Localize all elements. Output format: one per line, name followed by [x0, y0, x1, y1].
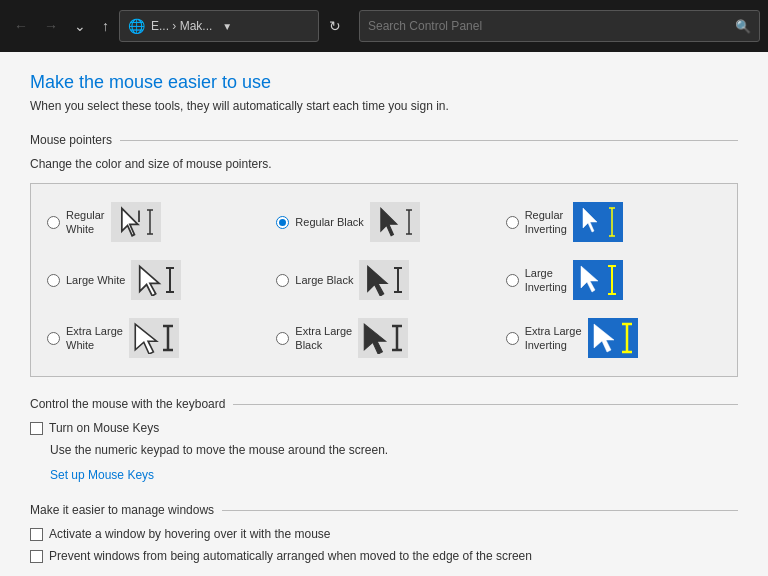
keyboard-section-divider	[233, 404, 738, 405]
search-icon: 🔍	[735, 19, 751, 34]
titlebar: ← → ⌄ ↑ 🌐 E... › Mak... ▼ ↻ 🔍	[0, 0, 768, 52]
radio-regular-inverting[interactable]	[506, 216, 519, 229]
back-button[interactable]: ←	[8, 14, 34, 38]
windows-section-label: Make it easier to manage windows	[30, 503, 214, 517]
pointer-preview-regular-white	[111, 202, 161, 242]
cursor-icon-extra-large-inverting	[592, 322, 620, 354]
pointer-item-extra-large-black[interactable]: Extra LargeBlack	[270, 310, 497, 366]
text-cursor-xl-white	[161, 324, 175, 352]
pointer-label-regular-white: RegularWhite	[66, 208, 105, 237]
mouse-keys-checkbox[interactable]	[30, 422, 43, 435]
radio-regular-white[interactable]	[47, 216, 60, 229]
pointer-item-extra-large-white[interactable]: Extra LargeWhite	[41, 310, 268, 366]
cursor-icon-regular-black	[376, 206, 404, 238]
prevent-arrange-checkbox[interactable]	[30, 550, 43, 563]
pointer-label-large-black: Large Black	[295, 273, 353, 287]
windows-section-divider	[222, 510, 738, 511]
pointer-preview-large-black	[359, 260, 409, 300]
pointer-preview-regular-black	[370, 202, 420, 242]
cursor-icon-large-black	[364, 264, 392, 296]
pointer-label-large-white: Large White	[66, 273, 125, 287]
pointer-preview-large-inverting	[573, 260, 623, 300]
radio-large-white[interactable]	[47, 274, 60, 287]
pointer-item-regular-black[interactable]: Regular Black	[270, 194, 497, 250]
radio-extra-large-white[interactable]	[47, 332, 60, 345]
text-cursor-icon-white	[145, 208, 155, 236]
radio-regular-black[interactable]	[276, 216, 289, 229]
svg-marker-29	[135, 324, 156, 354]
radio-large-inverting[interactable]	[506, 274, 519, 287]
cursor-icon-extra-large-black	[362, 322, 390, 354]
prevent-arrange-label: Prevent windows from being automatically…	[49, 549, 532, 563]
search-bar[interactable]: 🔍	[359, 10, 760, 42]
pointer-label-regular-inverting: RegularInverting	[525, 208, 567, 237]
pointer-item-extra-large-inverting[interactable]: Extra LargeInverting	[500, 310, 727, 366]
pointer-item-large-inverting[interactable]: LargeInverting	[500, 252, 727, 308]
cursor-icon-large-white	[136, 264, 164, 296]
pointer-preview-regular-inverting	[573, 202, 623, 242]
pointer-item-regular-inverting[interactable]: RegularInverting	[500, 194, 727, 250]
setup-mouse-keys-link[interactable]: Set up Mouse Keys	[50, 468, 154, 482]
nav-down-button[interactable]: ⌄	[68, 14, 92, 38]
pointer-preview-large-white	[131, 260, 181, 300]
activate-window-label: Activate a window by hovering over it wi…	[49, 527, 330, 541]
keyboard-section-header: Control the mouse with the keyboard	[30, 397, 738, 411]
cursor-icon-large-inverting	[578, 264, 606, 296]
refresh-button[interactable]: ↻	[323, 14, 347, 38]
svg-marker-33	[364, 324, 385, 354]
text-cursor-xl-black	[390, 324, 404, 352]
keyboard-section-label: Control the mouse with the keyboard	[30, 397, 225, 411]
address-chevron-button[interactable]: ▼	[218, 19, 236, 34]
search-input[interactable]	[368, 19, 729, 33]
mouse-pointers-section-header: Mouse pointers	[30, 133, 738, 147]
breadcrumb: E... › Mak...	[151, 19, 212, 33]
pointer-label-extra-large-inverting: Extra LargeInverting	[525, 324, 582, 353]
text-cursor-large-white	[164, 266, 176, 294]
radio-extra-large-inverting[interactable]	[506, 332, 519, 345]
forward-button[interactable]: →	[38, 14, 64, 38]
pointer-item-large-white[interactable]: Large White	[41, 252, 268, 308]
pointer-item-large-black[interactable]: Large Black	[270, 252, 497, 308]
pointer-preview-extra-large-black	[358, 318, 408, 358]
mouse-pointers-label: Mouse pointers	[30, 133, 112, 147]
windows-section: Make it easier to manage windows Activat…	[30, 503, 738, 563]
main-content: Make the mouse easier to use When you se…	[0, 52, 768, 576]
text-cursor-inverting	[607, 206, 617, 238]
radio-extra-large-black[interactable]	[276, 332, 289, 345]
svg-marker-0	[121, 208, 137, 235]
pointer-label-extra-large-black: Extra LargeBlack	[295, 324, 352, 353]
text-cursor-large-inverting	[606, 264, 618, 296]
pointer-label-extra-large-white: Extra LargeWhite	[66, 324, 123, 353]
section-divider	[120, 140, 738, 141]
pointer-item-regular-white[interactable]: RegularWhite	[41, 194, 268, 250]
text-cursor-large-black	[392, 266, 404, 294]
text-cursor-xl-inverting	[620, 322, 634, 354]
pointer-preview-extra-large-inverting	[588, 318, 638, 358]
text-cursor-icon-black	[404, 208, 414, 236]
mouse-keys-row: Turn on Mouse Keys	[30, 421, 738, 435]
mouse-pointers-description: Change the color and size of mouse point…	[30, 157, 738, 171]
windows-section-header: Make it easier to manage windows	[30, 503, 738, 517]
pointer-label-regular-black: Regular Black	[295, 215, 363, 229]
radio-large-black[interactable]	[276, 274, 289, 287]
keyboard-section: Control the mouse with the keyboard Turn…	[30, 397, 738, 483]
mouse-keys-label: Turn on Mouse Keys	[49, 421, 159, 435]
address-bar[interactable]: 🌐 E... › Mak... ▼	[119, 10, 319, 42]
pointer-label-large-inverting: LargeInverting	[525, 266, 567, 295]
page-subtitle: When you select these tools, they will a…	[30, 99, 738, 113]
globe-icon: 🌐	[128, 18, 145, 34]
svg-marker-15	[140, 266, 159, 296]
activate-window-checkbox[interactable]	[30, 528, 43, 541]
mouse-keys-help-text: Use the numeric keypad to move the mouse…	[50, 443, 738, 457]
svg-marker-19	[368, 266, 387, 296]
prevent-arrange-row: Prevent windows from being automatically…	[30, 549, 738, 563]
cursor-icon-regular-inverting	[579, 206, 607, 238]
nav-up-button[interactable]: ↑	[96, 14, 115, 38]
svg-marker-5	[381, 208, 397, 235]
activate-window-row: Activate a window by hovering over it wi…	[30, 527, 738, 541]
page-title: Make the mouse easier to use	[30, 72, 738, 93]
breadcrumb-text: E... › Mak...	[151, 19, 212, 33]
cursor-icon-extra-large-white	[133, 322, 161, 354]
cursor-icon-regular-white	[117, 206, 145, 238]
pointer-grid: RegularWhite Regular Black	[30, 183, 738, 377]
